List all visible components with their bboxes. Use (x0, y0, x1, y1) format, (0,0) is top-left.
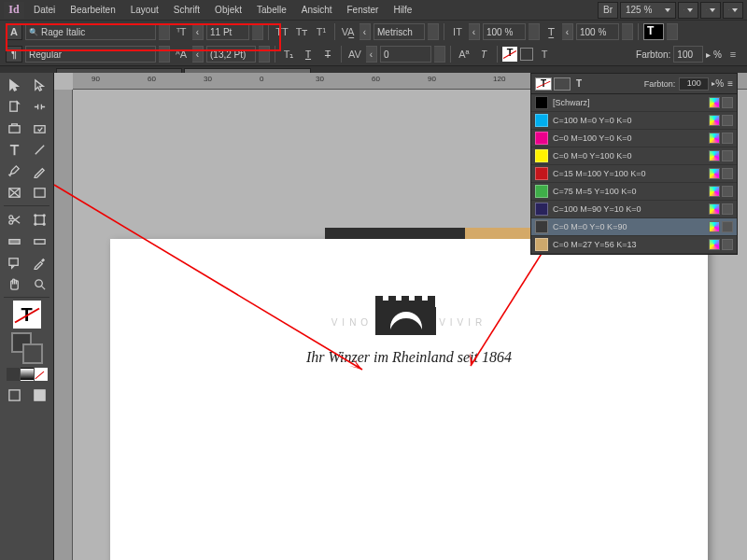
selection-tool[interactable] (2, 75, 26, 95)
container-indicator[interactable] (554, 77, 571, 91)
zoom-tool[interactable] (27, 273, 51, 294)
apply-none-button[interactable] (35, 368, 48, 381)
type-tool[interactable] (2, 139, 26, 160)
font-family-field[interactable]: 🔍Rage Italic (25, 23, 156, 40)
text-mode-t[interactable]: T (576, 78, 582, 89)
menu-datei[interactable]: Datei (26, 2, 63, 18)
leading-field[interactable]: (13,2 Pt) (206, 46, 256, 63)
vertical-ruler[interactable] (54, 90, 73, 560)
rectangle-frame-tool[interactable] (2, 182, 26, 203)
character-mode-icon[interactable]: A (6, 23, 22, 40)
baseline-icon: Aª (456, 46, 472, 63)
font-size-dropdown[interactable] (252, 23, 263, 40)
color-type-icon (722, 97, 733, 108)
swatch-name: [Schwarz] (553, 98, 707, 107)
hscale-field[interactable]: 100 % (576, 23, 619, 40)
gradient-feather-tool[interactable] (27, 231, 51, 251)
menu-layout[interactable]: Layout (123, 2, 166, 18)
menu-schrift[interactable]: Schrift (166, 2, 207, 18)
svg-rect-6 (8, 125, 19, 133)
apply-gradient-button[interactable] (21, 368, 34, 381)
swatch-row[interactable]: [Schwarz] (531, 94, 737, 112)
vscale-field[interactable]: 100 % (483, 23, 526, 40)
scissors-tool[interactable] (2, 209, 26, 230)
note-tool[interactable] (2, 252, 26, 273)
swatch-row[interactable]: C=0 M=0 Y=0 K=90 (531, 218, 737, 236)
swatch-name: C=0 M=0 Y=0 K=90 (553, 222, 707, 231)
underline-button[interactable]: T (300, 46, 317, 63)
apply-color-button[interactable] (7, 368, 20, 381)
gradient-swatch-tool[interactable] (2, 231, 26, 251)
superscript-button[interactable]: T¹ (313, 23, 330, 40)
tint-label: Farbton: (644, 79, 676, 89)
swatch-row[interactable]: C=0 M=27 Y=56 K=13 (531, 236, 737, 254)
paragraph-mode-icon[interactable]: ¶ (6, 46, 22, 63)
free-transform-tool[interactable] (27, 209, 51, 230)
menu-objekt[interactable]: Objekt (207, 2, 249, 18)
menu-ansicht[interactable]: Ansicht (294, 2, 340, 18)
content-collector-tool[interactable] (2, 118, 26, 138)
app-logo[interactable]: Id (4, 2, 24, 19)
kerning-field[interactable]: Metrisch (374, 23, 425, 40)
stroke-proxy[interactable] (520, 48, 533, 61)
pen-tool[interactable] (2, 161, 26, 181)
font-family-dropdown[interactable] (159, 23, 170, 40)
allcaps-button[interactable]: TT (274, 23, 290, 40)
tracking-field[interactable]: 0 (380, 46, 431, 63)
color-mode-icon (709, 168, 720, 179)
fill-color-proxy[interactable]: T (643, 23, 664, 40)
swatch-row[interactable]: C=100 M=0 Y=0 K=0 (531, 112, 737, 130)
tint-field[interactable]: 100 (673, 46, 703, 63)
normal-view-button[interactable] (2, 385, 26, 405)
menu-hilfe[interactable]: Hilfe (386, 2, 419, 18)
eyedropper-tool[interactable] (27, 252, 51, 273)
fill-stroke-proxy[interactable] (11, 332, 43, 364)
arrange-button[interactable] (723, 2, 743, 19)
view-options-button[interactable] (678, 2, 698, 19)
swatch-row[interactable]: C=0 M=0 Y=100 K=0 (531, 147, 737, 165)
page-artwork: VINOVIVIR Ihr Winzer im Rheinland seit 1… (110, 239, 708, 560)
panel-menu-icon[interactable]: ≡ (725, 46, 741, 63)
svg-point-10 (8, 215, 12, 218)
swatch-row[interactable]: C=100 M=90 Y=10 K=0 (531, 201, 737, 218)
font-style-field[interactable]: Regular (25, 46, 156, 63)
rectangle-tool[interactable] (27, 182, 51, 203)
menu-fenster[interactable]: Fenster (340, 2, 387, 18)
swatch-row[interactable]: C=15 M=100 Y=100 K=0 (531, 165, 737, 183)
leading-icon: ᴬA (173, 46, 190, 63)
menu-tabelle[interactable]: Tabelle (249, 2, 294, 18)
smallcaps-button[interactable]: Tᴛ (293, 23, 310, 40)
swatch-row[interactable]: C=75 M=5 Y=100 K=0 (531, 183, 737, 201)
text-fill-proxy[interactable]: T (502, 47, 517, 62)
text-fill-indicator[interactable]: T (535, 77, 552, 91)
swatch-name: C=75 M=5 Y=100 K=0 (553, 187, 707, 196)
direct-selection-tool[interactable] (27, 75, 51, 95)
tint-label: Farbton: (636, 49, 670, 60)
bridge-button[interactable]: Br (598, 2, 618, 19)
content-placer-tool[interactable] (27, 118, 51, 138)
subscript-button[interactable]: T₁ (280, 46, 297, 63)
screen-mode-button[interactable] (700, 2, 721, 19)
hand-tool[interactable] (2, 273, 26, 294)
zoom-dropdown[interactable]: 125 % (620, 2, 676, 19)
swatch-row[interactable]: C=0 M=100 Y=0 K=0 (531, 130, 737, 147)
font-size-field[interactable]: 11 Pt (206, 23, 249, 40)
panel-menu-icon[interactable]: ≡ (727, 78, 733, 89)
tint-value-field[interactable]: 100 (679, 77, 709, 91)
text-mode-t[interactable]: T (536, 46, 553, 63)
menu-bearbeiten[interactable]: Bearbeiten (63, 2, 122, 18)
page-tool[interactable] (2, 96, 26, 117)
preview-button[interactable] (27, 385, 51, 405)
font-size-stepper[interactable]: ‹ (192, 23, 204, 40)
line-tool[interactable] (27, 139, 51, 160)
color-type-icon (722, 115, 733, 126)
gap-tool[interactable] (27, 96, 51, 117)
color-type-icon (722, 239, 733, 250)
format-text-proxy[interactable]: T (13, 301, 41, 329)
swatch-name: C=0 M=100 Y=0 K=0 (553, 133, 707, 143)
swatch-name: C=100 M=90 Y=10 K=0 (553, 204, 707, 214)
strike-button[interactable]: T (319, 46, 336, 63)
svg-point-20 (35, 279, 42, 287)
control-panel: A 🔍Rage Italic ᵀT ‹11 Pt TT Tᴛ T¹ VA̲ ‹M… (0, 21, 747, 66)
pencil-tool[interactable] (27, 161, 51, 181)
